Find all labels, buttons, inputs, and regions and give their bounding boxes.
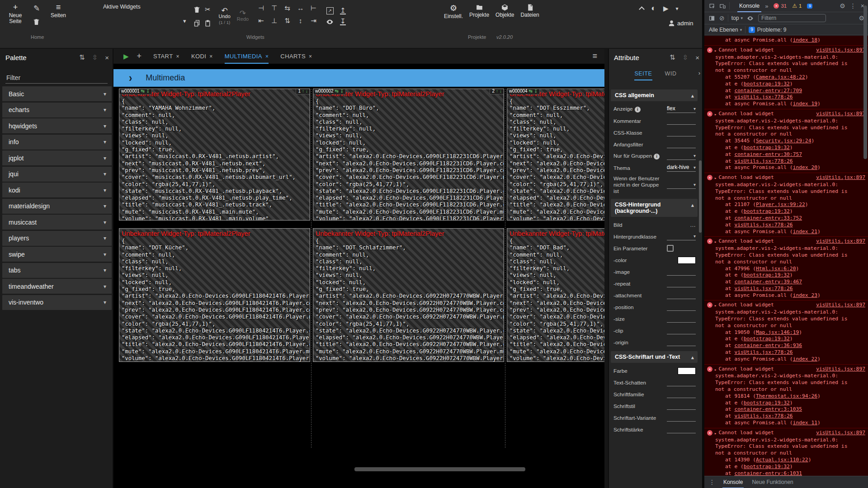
- attr-input[interactable]: [667, 303, 696, 311]
- attr-input[interactable]: [667, 379, 696, 386]
- attr-input[interactable]: [667, 141, 696, 148]
- console-source-link[interactable]: index 21: [793, 229, 817, 235]
- open-widget-in-new-icon[interactable]: ↗: [326, 7, 334, 14]
- more-tabs-icon[interactable]: »: [765, 3, 768, 9]
- add-view-icon[interactable]: +: [137, 52, 142, 61]
- console-source-link[interactable]: container-entry:39:467: [734, 279, 802, 285]
- console-source-link[interactable]: visUtils.jsx:897: [816, 430, 865, 436]
- view-tab-multimedia[interactable]: MULTIMEDIA×: [225, 49, 269, 64]
- issues-link[interactable]: 9 Probleme: 9: [749, 27, 786, 33]
- devtools-settings-icon[interactable]: ⚙: [840, 2, 845, 9]
- console-source-link[interactable]: container-entry:36:936: [734, 343, 802, 348]
- attributes-unfold-icon[interactable]: ⇳: [683, 53, 689, 61]
- palette-close-icon[interactable]: ×: [105, 54, 109, 61]
- user-menu[interactable]: admin: [668, 20, 693, 27]
- console-scrollbar[interactable]: [863, 5, 867, 159]
- widget-order-chip[interactable]: 2↑↓: [490, 89, 504, 94]
- clear-console-icon[interactable]: ⊘: [719, 14, 725, 22]
- view-canvas[interactable]: › Multimedia Unbekannter Widget-Typ: tpl…: [113, 64, 604, 488]
- log-levels-select[interactable]: Alle Ebenen ▾: [709, 27, 742, 33]
- palette-group-musiccast[interactable]: musiccast▾: [2, 215, 112, 230]
- view-header-chevron-icon[interactable]: ›: [129, 71, 132, 85]
- attr-tabs-overflow-icon[interactable]: ›: [698, 70, 700, 76]
- attr-section-header[interactable]: CSS-Schriftart und -Text▴: [611, 351, 698, 363]
- attr-input[interactable]: [667, 268, 696, 276]
- move-to-view-icon[interactable]: ↧: [146, 89, 150, 94]
- expand-triangle-icon[interactable]: ▸: [714, 366, 717, 373]
- widget-order-chip[interactable]: 5↑↓: [490, 228, 504, 230]
- attr-input[interactable]: [667, 426, 696, 433]
- drawer-menu-icon[interactable]: ⋮: [709, 479, 715, 486]
- live-expression-eye-icon[interactable]: [747, 15, 754, 22]
- views-menu-icon[interactable]: ≡: [592, 52, 597, 61]
- attr-input[interactable]: [667, 117, 696, 125]
- console-source-link[interactable]: index 19: [793, 101, 817, 107]
- swap-vertical-icon[interactable]: ⇅: [281, 17, 293, 28]
- widget-w000004[interactable]: Unbekannter Widget-Typ: tplMaterial2Play…: [507, 89, 604, 221]
- files-button[interactable]: Dateien: [520, 4, 539, 19]
- expand-triangle-icon[interactable]: ▸: [714, 47, 717, 54]
- drawer-tab-console[interactable]: Konsole: [722, 476, 744, 488]
- move-to-view-icon[interactable]: ↧: [534, 89, 538, 94]
- console-source-link[interactable]: bootstrap:19:32: [744, 208, 790, 214]
- expand-triangle-icon[interactable]: ▸: [714, 111, 717, 118]
- attributes-scrollbar[interactable]: [699, 160, 702, 233]
- delete-page-icon[interactable]: [33, 18, 40, 26]
- error-count-badge[interactable]: × 31: [774, 3, 787, 9]
- align-left-icon[interactable]: ⊣: [255, 4, 267, 16]
- inspect-element-icon[interactable]: [708, 3, 715, 9]
- attr-input[interactable]: [667, 315, 696, 323]
- console-source-link[interactable]: Map.jsx:146:19: [756, 329, 799, 335]
- attr-select[interactable]: flex▾: [667, 105, 696, 113]
- palette-group-tabs[interactable]: tabs▾: [2, 263, 112, 278]
- bring-forward-icon[interactable]: ↑: [496, 228, 498, 229]
- console-source-link[interactable]: visUtils.jsx:897: [816, 366, 865, 373]
- devtools-tab-console[interactable]: Konsole: [737, 0, 761, 12]
- attributes-reorder-icon[interactable]: ⇅: [670, 53, 675, 61]
- palette-group-info[interactable]: info▾: [2, 135, 112, 150]
- move-to-view-icon[interactable]: ↧: [534, 228, 538, 229]
- close-tab-icon[interactable]: ×: [309, 53, 312, 60]
- console-source-link[interactable]: container-entry:30:757: [734, 151, 802, 157]
- bring-forward-icon[interactable]: ↑: [302, 89, 304, 94]
- console-source-link[interactable]: bootstrap:19:32: [744, 336, 790, 342]
- move-to-view-icon[interactable]: ↧: [340, 228, 344, 229]
- widget-w000002[interactable]: Unbekannter Widget-Typ: tplMaterial2Play…: [313, 89, 504, 221]
- widget-w000019[interactable]: Unbekannter Widget-Typ: tplMaterial2Play…: [313, 228, 504, 362]
- console-source-link[interactable]: index 23: [793, 292, 817, 298]
- palette-group-jqui[interactable]: jqui▾: [2, 167, 112, 182]
- view-tab-start[interactable]: START×: [153, 49, 179, 64]
- anchor-icon[interactable]: ↹: [529, 228, 533, 229]
- console-source-link[interactable]: bootstrap:19:32: [744, 145, 790, 150]
- drawer-tab-whats-new[interactable]: Neue Funktionen: [751, 476, 794, 488]
- console-source-link[interactable]: Security.jsx:29:24: [756, 138, 811, 144]
- info-icon[interactable]: i: [654, 154, 660, 160]
- console-source-link[interactable]: bootstrap:19:32: [744, 272, 790, 278]
- close-tab-icon[interactable]: ×: [176, 53, 179, 60]
- color-swatch[interactable]: [678, 367, 696, 375]
- palette-group-players[interactable]: players▾: [2, 231, 112, 246]
- console-source-link[interactable]: visUtils.jsx:778:26: [734, 222, 793, 228]
- move-to-view-icon[interactable]: ↧: [146, 228, 150, 229]
- console-source-link[interactable]: Thermostat.jsx:94:26: [756, 393, 817, 399]
- pages-button[interactable]: ≡ Seiten: [51, 3, 66, 19]
- console-source-link[interactable]: visUtils.jsx:778:26: [734, 94, 793, 100]
- widget-select-caret-icon[interactable]: ▾: [183, 18, 186, 24]
- move-to-view-icon[interactable]: ↧: [340, 89, 344, 94]
- collapse-toolbar-icon[interactable]: [639, 6, 645, 12]
- attr-input[interactable]: [667, 327, 696, 334]
- console-source-link[interactable]: container-entry:33:752: [734, 215, 802, 221]
- paste-icon[interactable]: [204, 19, 212, 27]
- cut-icon[interactable]: ✂: [205, 5, 211, 14]
- widget-w000001[interactable]: Unbekannter Widget-Typ: tplMaterial2Play…: [119, 89, 310, 221]
- device-toolbar-icon[interactable]: [719, 3, 726, 9]
- console-source-link[interactable]: index 18: [793, 37, 817, 43]
- delete-widget-icon[interactable]: [193, 6, 201, 14]
- attr-select[interactable]: ▾: [667, 233, 696, 240]
- console-source-link[interactable]: visUtils.jsx:778:26: [734, 413, 793, 419]
- widget-id-chip[interactable]: w000020↹↧: [507, 228, 540, 230]
- palette-reorder-icon[interactable]: ⇅: [79, 53, 85, 61]
- copy-icon[interactable]: [193, 19, 201, 27]
- send-backward-icon[interactable]: ↓: [500, 89, 502, 94]
- send-backward-icon[interactable]: ↓: [306, 228, 308, 229]
